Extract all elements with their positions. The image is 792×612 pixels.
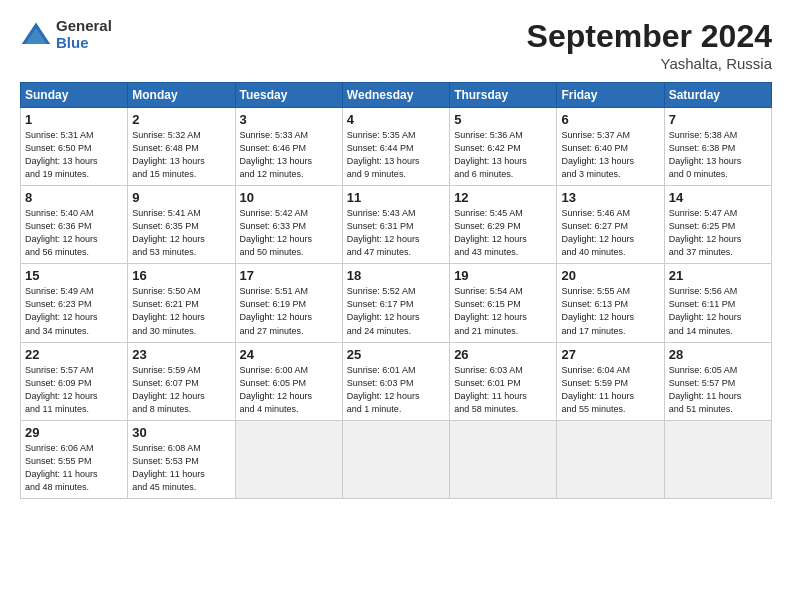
day-number: 27 bbox=[561, 347, 659, 362]
calendar-cell: 3Sunrise: 5:33 AM Sunset: 6:46 PM Daylig… bbox=[235, 108, 342, 186]
header-day-wednesday: Wednesday bbox=[342, 83, 449, 108]
day-number: 16 bbox=[132, 268, 230, 283]
day-number: 4 bbox=[347, 112, 445, 127]
calendar-cell bbox=[342, 420, 449, 498]
day-number: 9 bbox=[132, 190, 230, 205]
day-number: 5 bbox=[454, 112, 552, 127]
day-number: 3 bbox=[240, 112, 338, 127]
calendar-body: 1Sunrise: 5:31 AM Sunset: 6:50 PM Daylig… bbox=[21, 108, 772, 499]
day-info: Sunrise: 5:40 AM Sunset: 6:36 PM Dayligh… bbox=[25, 207, 123, 259]
calendar-cell: 26Sunrise: 6:03 AM Sunset: 6:01 PM Dayli… bbox=[450, 342, 557, 420]
day-info: Sunrise: 5:51 AM Sunset: 6:19 PM Dayligh… bbox=[240, 285, 338, 337]
calendar-cell bbox=[235, 420, 342, 498]
calendar-cell bbox=[557, 420, 664, 498]
day-info: Sunrise: 5:50 AM Sunset: 6:21 PM Dayligh… bbox=[132, 285, 230, 337]
day-info: Sunrise: 5:43 AM Sunset: 6:31 PM Dayligh… bbox=[347, 207, 445, 259]
day-info: Sunrise: 5:45 AM Sunset: 6:29 PM Dayligh… bbox=[454, 207, 552, 259]
day-info: Sunrise: 5:35 AM Sunset: 6:44 PM Dayligh… bbox=[347, 129, 445, 181]
day-number: 14 bbox=[669, 190, 767, 205]
day-number: 25 bbox=[347, 347, 445, 362]
day-info: Sunrise: 5:31 AM Sunset: 6:50 PM Dayligh… bbox=[25, 129, 123, 181]
subtitle: Yashalta, Russia bbox=[527, 55, 772, 72]
header-day-thursday: Thursday bbox=[450, 83, 557, 108]
day-number: 1 bbox=[25, 112, 123, 127]
calendar-cell: 9Sunrise: 5:41 AM Sunset: 6:35 PM Daylig… bbox=[128, 186, 235, 264]
calendar-cell: 7Sunrise: 5:38 AM Sunset: 6:38 PM Daylig… bbox=[664, 108, 771, 186]
day-info: Sunrise: 5:52 AM Sunset: 6:17 PM Dayligh… bbox=[347, 285, 445, 337]
calendar-table: SundayMondayTuesdayWednesdayThursdayFrid… bbox=[20, 82, 772, 499]
day-number: 20 bbox=[561, 268, 659, 283]
day-info: Sunrise: 5:55 AM Sunset: 6:13 PM Dayligh… bbox=[561, 285, 659, 337]
day-number: 7 bbox=[669, 112, 767, 127]
week-row-1: 1Sunrise: 5:31 AM Sunset: 6:50 PM Daylig… bbox=[21, 108, 772, 186]
calendar-cell: 29Sunrise: 6:06 AM Sunset: 5:55 PM Dayli… bbox=[21, 420, 128, 498]
day-info: Sunrise: 6:06 AM Sunset: 5:55 PM Dayligh… bbox=[25, 442, 123, 494]
calendar-cell: 6Sunrise: 5:37 AM Sunset: 6:40 PM Daylig… bbox=[557, 108, 664, 186]
week-row-3: 15Sunrise: 5:49 AM Sunset: 6:23 PM Dayli… bbox=[21, 264, 772, 342]
day-info: Sunrise: 5:33 AM Sunset: 6:46 PM Dayligh… bbox=[240, 129, 338, 181]
day-number: 19 bbox=[454, 268, 552, 283]
calendar-cell bbox=[664, 420, 771, 498]
calendar-cell: 14Sunrise: 5:47 AM Sunset: 6:25 PM Dayli… bbox=[664, 186, 771, 264]
header-day-sunday: Sunday bbox=[21, 83, 128, 108]
month-title: September 2024 bbox=[527, 18, 772, 55]
calendar-cell: 21Sunrise: 5:56 AM Sunset: 6:11 PM Dayli… bbox=[664, 264, 771, 342]
calendar-cell: 4Sunrise: 5:35 AM Sunset: 6:44 PM Daylig… bbox=[342, 108, 449, 186]
calendar-cell: 28Sunrise: 6:05 AM Sunset: 5:57 PM Dayli… bbox=[664, 342, 771, 420]
calendar-cell: 5Sunrise: 5:36 AM Sunset: 6:42 PM Daylig… bbox=[450, 108, 557, 186]
calendar-cell: 22Sunrise: 5:57 AM Sunset: 6:09 PM Dayli… bbox=[21, 342, 128, 420]
calendar-cell: 23Sunrise: 5:59 AM Sunset: 6:07 PM Dayli… bbox=[128, 342, 235, 420]
day-info: Sunrise: 6:01 AM Sunset: 6:03 PM Dayligh… bbox=[347, 364, 445, 416]
week-row-2: 8Sunrise: 5:40 AM Sunset: 6:36 PM Daylig… bbox=[21, 186, 772, 264]
page: General Blue September 2024 Yashalta, Ru… bbox=[0, 0, 792, 612]
header-row: SundayMondayTuesdayWednesdayThursdayFrid… bbox=[21, 83, 772, 108]
day-info: Sunrise: 5:46 AM Sunset: 6:27 PM Dayligh… bbox=[561, 207, 659, 259]
day-info: Sunrise: 5:57 AM Sunset: 6:09 PM Dayligh… bbox=[25, 364, 123, 416]
header-day-tuesday: Tuesday bbox=[235, 83, 342, 108]
calendar-cell: 18Sunrise: 5:52 AM Sunset: 6:17 PM Dayli… bbox=[342, 264, 449, 342]
day-number: 17 bbox=[240, 268, 338, 283]
header-day-monday: Monday bbox=[128, 83, 235, 108]
day-number: 8 bbox=[25, 190, 123, 205]
title-block: September 2024 Yashalta, Russia bbox=[527, 18, 772, 72]
day-number: 29 bbox=[25, 425, 123, 440]
calendar-cell: 8Sunrise: 5:40 AM Sunset: 6:36 PM Daylig… bbox=[21, 186, 128, 264]
day-info: Sunrise: 5:56 AM Sunset: 6:11 PM Dayligh… bbox=[669, 285, 767, 337]
calendar-cell bbox=[450, 420, 557, 498]
logo-blue: Blue bbox=[56, 35, 112, 52]
day-info: Sunrise: 5:41 AM Sunset: 6:35 PM Dayligh… bbox=[132, 207, 230, 259]
calendar-cell: 19Sunrise: 5:54 AM Sunset: 6:15 PM Dayli… bbox=[450, 264, 557, 342]
day-info: Sunrise: 6:05 AM Sunset: 5:57 PM Dayligh… bbox=[669, 364, 767, 416]
calendar-cell: 2Sunrise: 5:32 AM Sunset: 6:48 PM Daylig… bbox=[128, 108, 235, 186]
day-info: Sunrise: 5:32 AM Sunset: 6:48 PM Dayligh… bbox=[132, 129, 230, 181]
calendar-cell: 30Sunrise: 6:08 AM Sunset: 5:53 PM Dayli… bbox=[128, 420, 235, 498]
logo: General Blue bbox=[20, 18, 112, 51]
calendar-cell: 24Sunrise: 6:00 AM Sunset: 6:05 PM Dayli… bbox=[235, 342, 342, 420]
day-number: 15 bbox=[25, 268, 123, 283]
calendar-cell: 20Sunrise: 5:55 AM Sunset: 6:13 PM Dayli… bbox=[557, 264, 664, 342]
calendar-cell: 13Sunrise: 5:46 AM Sunset: 6:27 PM Dayli… bbox=[557, 186, 664, 264]
day-number: 30 bbox=[132, 425, 230, 440]
header-day-saturday: Saturday bbox=[664, 83, 771, 108]
day-number: 21 bbox=[669, 268, 767, 283]
logo-general: General bbox=[56, 18, 112, 35]
calendar-cell: 25Sunrise: 6:01 AM Sunset: 6:03 PM Dayli… bbox=[342, 342, 449, 420]
day-number: 26 bbox=[454, 347, 552, 362]
calendar-cell: 27Sunrise: 6:04 AM Sunset: 5:59 PM Dayli… bbox=[557, 342, 664, 420]
day-info: Sunrise: 5:47 AM Sunset: 6:25 PM Dayligh… bbox=[669, 207, 767, 259]
day-info: Sunrise: 5:36 AM Sunset: 6:42 PM Dayligh… bbox=[454, 129, 552, 181]
day-number: 23 bbox=[132, 347, 230, 362]
day-number: 10 bbox=[240, 190, 338, 205]
day-number: 6 bbox=[561, 112, 659, 127]
day-info: Sunrise: 6:08 AM Sunset: 5:53 PM Dayligh… bbox=[132, 442, 230, 494]
day-number: 18 bbox=[347, 268, 445, 283]
calendar-cell: 10Sunrise: 5:42 AM Sunset: 6:33 PM Dayli… bbox=[235, 186, 342, 264]
day-info: Sunrise: 6:00 AM Sunset: 6:05 PM Dayligh… bbox=[240, 364, 338, 416]
day-info: Sunrise: 5:49 AM Sunset: 6:23 PM Dayligh… bbox=[25, 285, 123, 337]
day-info: Sunrise: 5:42 AM Sunset: 6:33 PM Dayligh… bbox=[240, 207, 338, 259]
calendar-cell: 11Sunrise: 5:43 AM Sunset: 6:31 PM Dayli… bbox=[342, 186, 449, 264]
calendar-cell: 1Sunrise: 5:31 AM Sunset: 6:50 PM Daylig… bbox=[21, 108, 128, 186]
day-info: Sunrise: 5:59 AM Sunset: 6:07 PM Dayligh… bbox=[132, 364, 230, 416]
calendar-header: SundayMondayTuesdayWednesdayThursdayFrid… bbox=[21, 83, 772, 108]
day-info: Sunrise: 5:37 AM Sunset: 6:40 PM Dayligh… bbox=[561, 129, 659, 181]
